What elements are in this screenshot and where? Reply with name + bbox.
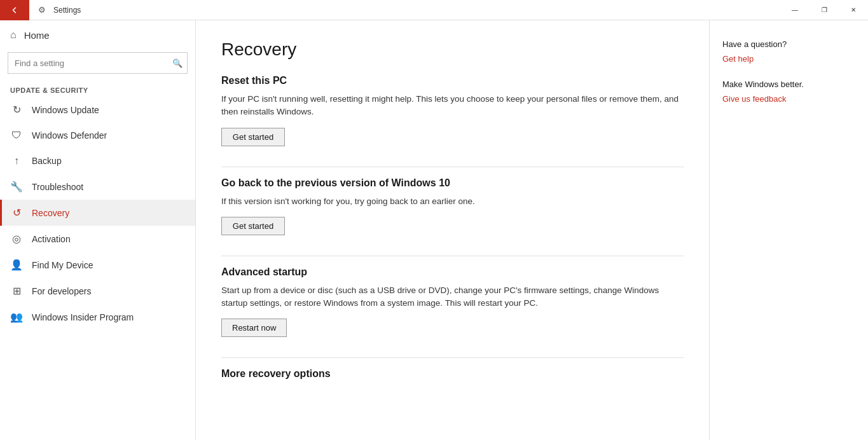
sidebar-item-troubleshoot[interactable]: 🔧 Troubleshoot [0, 174, 195, 200]
give-feedback-link[interactable]: Give us feedback [722, 94, 786, 104]
recovery-icon: ↺ [10, 207, 23, 219]
minimize-button[interactable]: — [780, 0, 809, 20]
settings-icon: ⚙ [36, 4, 48, 17]
sidebar-item-find-my-device[interactable]: 👤 Find My Device [0, 252, 195, 278]
refresh-icon: ↻ [10, 104, 23, 116]
backup-icon: ↑ [10, 155, 23, 167]
right-panel: Have a question? Get help Make Windows b… [709, 20, 868, 440]
sidebar: ⌂ Home 🔍 Update & security ↻ Windows Upd… [0, 20, 196, 440]
sidebar-item-windows-update[interactable]: ↻ Windows Update [0, 97, 195, 123]
go-back-description: If this version isn't working for you, t… [221, 195, 684, 208]
wrench-icon: 🔧 [10, 181, 23, 193]
content-area: Recovery Reset this PC If your PC isn't … [196, 20, 709, 440]
maximize-button[interactable]: ❐ [809, 0, 839, 20]
window-title: Settings [53, 6, 780, 15]
sidebar-item-backup[interactable]: ↑ Backup [0, 148, 195, 174]
sidebar-label-windows-insider: Windows Insider Program [32, 312, 134, 322]
sidebar-label-windows-update: Windows Update [32, 105, 99, 115]
go-back-title: Go back to the previous version of Windo… [221, 177, 684, 189]
get-help-link[interactable]: Get help [722, 54, 754, 64]
sidebar-item-for-developers[interactable]: ⊞ For developers [0, 278, 195, 304]
home-icon: ⌂ [10, 29, 17, 41]
reset-pc-title: Reset this PC [221, 75, 684, 86]
feedback-heading: Make Windows better. [722, 79, 855, 89]
go-back-button[interactable]: Get started [221, 217, 285, 235]
help-heading: Have a question? [722, 39, 855, 49]
back-button[interactable] [0, 0, 29, 20]
reset-pc-description: If your PC isn't running well, resetting… [221, 93, 684, 119]
go-back-section: Go back to the previous version of Windo… [221, 177, 684, 235]
sidebar-label-backup: Backup [32, 156, 62, 166]
help-section: Have a question? Get help [722, 39, 855, 64]
sidebar-search-container: 🔍 [8, 52, 188, 74]
restart-now-button[interactable]: Restart now [221, 319, 287, 337]
search-input[interactable] [8, 52, 188, 74]
sidebar-label-find-my-device: Find My Device [32, 260, 93, 270]
divider-1 [221, 167, 684, 167]
sidebar-label-windows-defender: Windows Defender [32, 130, 107, 141]
sidebar-section-label: Update & security [0, 81, 195, 97]
more-recovery-title: More recovery options [221, 368, 684, 380]
shield-icon: 🛡 [10, 130, 23, 141]
sidebar-label-for-developers: For developers [32, 286, 91, 296]
title-bar: ⚙ Settings — ❐ ✕ [0, 0, 868, 20]
divider-3 [221, 357, 684, 358]
reset-pc-section: Reset this PC If your PC isn't running w… [221, 75, 684, 146]
page-title: Recovery [221, 39, 684, 60]
advanced-startup-section: Advanced startup Start up from a device … [221, 266, 684, 338]
advanced-startup-title: Advanced startup [221, 266, 684, 278]
close-button[interactable]: ✕ [839, 0, 868, 20]
sidebar-item-activation[interactable]: ◎ Activation [0, 226, 195, 252]
search-icon: 🔍 [172, 58, 183, 68]
sidebar-item-recovery[interactable]: ↺ Recovery [0, 200, 195, 226]
more-recovery-section: More recovery options [221, 368, 684, 380]
sidebar-item-windows-defender[interactable]: 🛡 Windows Defender [0, 123, 195, 148]
sidebar-label-troubleshoot: Troubleshoot [32, 182, 83, 192]
person-icon: 👤 [10, 259, 23, 271]
advanced-startup-description: Start up from a device or disc (such as … [221, 284, 684, 310]
home-label: Home [24, 30, 50, 41]
sidebar-home-item[interactable]: ⌂ Home [0, 20, 195, 50]
key-icon: ◎ [10, 233, 23, 245]
insider-icon: 👥 [10, 311, 23, 323]
reset-pc-button[interactable]: Get started [221, 128, 285, 146]
main-layout: ⌂ Home 🔍 Update & security ↻ Windows Upd… [0, 20, 868, 440]
divider-2 [221, 256, 684, 256]
feedback-section: Make Windows better. Give us feedback [722, 79, 855, 104]
dev-icon: ⊞ [10, 285, 23, 297]
sidebar-label-activation: Activation [32, 234, 71, 244]
sidebar-item-windows-insider[interactable]: 👥 Windows Insider Program [0, 304, 195, 330]
sidebar-label-recovery: Recovery [32, 208, 69, 218]
window-controls: — ❐ ✕ [780, 0, 868, 20]
